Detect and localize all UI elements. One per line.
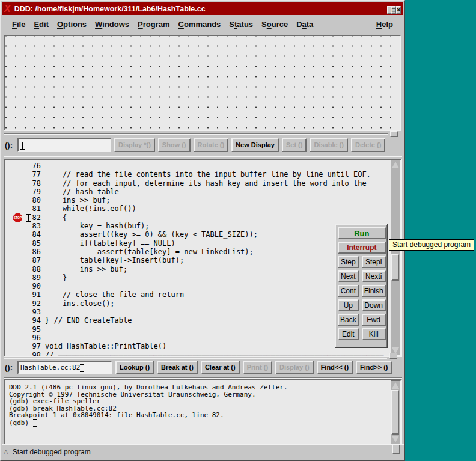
close-button[interactable]: × bbox=[396, 6, 401, 14]
back-button[interactable]: Back bbox=[338, 314, 359, 326]
source-line-88[interactable]: 88 ins >> buf; bbox=[5, 265, 391, 273]
kill-button[interactable]: Kill bbox=[362, 328, 386, 340]
breakpoint-stop-icon[interactable]: STOP bbox=[13, 213, 22, 222]
disable-button[interactable]: Disable () bbox=[310, 138, 348, 152]
window-controls: _□× bbox=[387, 4, 401, 14]
finish-button[interactable]: Finish bbox=[362, 285, 386, 297]
tooltip-text: Start debugged program bbox=[392, 240, 471, 249]
lookup-button[interactable]: Lookup () bbox=[115, 361, 154, 374]
pane-sash-handle[interactable] bbox=[390, 131, 398, 137]
source-line-82[interactable]: STOP82 { bbox=[5, 213, 391, 222]
console-line: Breakpoint 1 at 0x8049014: file HashTabl… bbox=[9, 412, 391, 419]
source-text-caret bbox=[26, 214, 31, 222]
line-number: 89 bbox=[5, 273, 41, 282]
minimize-button[interactable]: _ bbox=[387, 6, 392, 14]
status-triangle-icon: △ bbox=[4, 449, 8, 455]
menu-source[interactable]: Source bbox=[261, 20, 288, 29]
menu-help[interactable]: Help bbox=[376, 20, 393, 29]
source-line-78[interactable]: 78 // for each input, determine its hash… bbox=[5, 179, 391, 188]
scroll-up-arrow-icon[interactable] bbox=[392, 162, 399, 168]
menu-status[interactable]: Status bbox=[229, 20, 253, 29]
menu-commands[interactable]: Commands bbox=[178, 20, 221, 29]
run-button[interactable]: Run bbox=[338, 227, 386, 239]
menu-windows[interactable]: Windows bbox=[95, 20, 129, 29]
display-arg-input[interactable] bbox=[17, 138, 111, 152]
code-text: } // END CreateTable bbox=[41, 316, 132, 325]
menu-options[interactable]: Options bbox=[57, 20, 87, 29]
source-line-86[interactable]: 86 assert(table[key] = new LinkedList); bbox=[5, 248, 391, 256]
menu-edit[interactable]: Edit bbox=[34, 20, 49, 29]
menu-file[interactable]: File bbox=[12, 20, 25, 29]
code-text: // hash table bbox=[41, 188, 119, 196]
delete-button[interactable]: Delete () bbox=[351, 138, 385, 152]
scroll-down-arrow-icon[interactable] bbox=[392, 436, 399, 442]
line-number: 94 bbox=[5, 316, 41, 325]
cont-button[interactable]: Cont bbox=[338, 285, 359, 297]
source-line-92[interactable]: 92 ins.close(); bbox=[5, 299, 391, 308]
source-line-91[interactable]: 91 // close the file and return bbox=[5, 290, 391, 299]
clear-at-button[interactable]: Clear at () bbox=[201, 361, 240, 374]
new-display-button[interactable]: New Display bbox=[231, 138, 279, 152]
edit-button[interactable]: Edit bbox=[338, 328, 359, 340]
data-display-canvas[interactable] bbox=[4, 35, 401, 131]
console-scrollbar[interactable] bbox=[391, 380, 401, 444]
code-text: { bbox=[41, 213, 67, 222]
find-button[interactable]: Find<< () bbox=[317, 361, 353, 374]
source-line-77[interactable]: 77 // read the file contents into the in… bbox=[5, 170, 391, 179]
fwd-button[interactable]: Fwd bbox=[362, 314, 386, 326]
scroll-up-arrow-icon[interactable] bbox=[392, 382, 399, 389]
source-line-79[interactable]: 79 // hash table bbox=[5, 188, 391, 196]
source-line-81[interactable]: 81 while(!ins.eof()) bbox=[5, 204, 391, 213]
next-button[interactable]: Next bbox=[338, 270, 359, 282]
source-line-83[interactable]: 83 key = hash(buf); bbox=[5, 222, 391, 230]
line-number: 90 bbox=[5, 282, 41, 290]
pane-divider bbox=[4, 156, 402, 157]
source-scrollbar[interactable] bbox=[391, 160, 401, 356]
source-line-95[interactable]: 95 bbox=[5, 325, 391, 334]
set-button[interactable]: Set () bbox=[282, 138, 307, 152]
line-number: 93 bbox=[5, 308, 41, 316]
maximize-button[interactable]: □ bbox=[391, 6, 396, 14]
source-line-94[interactable]: 94} // END CreateTable bbox=[5, 316, 391, 325]
pane-divider bbox=[4, 377, 402, 379]
print-button[interactable]: Print () bbox=[243, 361, 272, 374]
source-scrollbar-thumb[interactable] bbox=[391, 254, 399, 281]
console-output[interactable]: DDD 2.1 (i486-pc-linux-gnu), by Dorothea… bbox=[5, 380, 391, 444]
menu-data[interactable]: Data bbox=[296, 20, 313, 29]
source-line-97[interactable]: 97void HashTable::PrintTable() bbox=[5, 342, 391, 350]
up-button[interactable]: Up bbox=[338, 299, 359, 311]
source-line-96[interactable]: 96 bbox=[5, 334, 391, 342]
source-line-87[interactable]: 87 table[key]->Insert(buf); bbox=[5, 256, 391, 264]
pane-sash-handle[interactable] bbox=[389, 353, 397, 359]
text-caret bbox=[20, 142, 25, 150]
source-line-76[interactable]: 76 bbox=[5, 162, 391, 170]
debugger-console[interactable]: DDD 2.1 (i486-pc-linux-gnu), by Dorothea… bbox=[4, 379, 402, 445]
source-line-85[interactable]: 85 if(table[key] == NULL) bbox=[5, 239, 391, 248]
display-button[interactable]: Display *() bbox=[114, 138, 155, 152]
source-code-text[interactable]: 7677 // read the file contents into the … bbox=[5, 160, 391, 356]
source-line-80[interactable]: 80 ins >> buf; bbox=[5, 196, 391, 204]
code-text: while(!ins.eof()) bbox=[41, 204, 136, 213]
show-button[interactable]: Show () bbox=[158, 138, 191, 152]
line-number: 87 bbox=[5, 256, 41, 264]
step-button[interactable]: Step bbox=[338, 256, 359, 268]
status-sash-handle[interactable] bbox=[392, 445, 400, 454]
rotate-button[interactable]: Rotate () bbox=[194, 138, 229, 152]
console-scrollbar-thumb[interactable] bbox=[391, 390, 399, 435]
nexti-button[interactable]: Nexti bbox=[362, 270, 386, 282]
down-button[interactable]: Down bbox=[362, 299, 386, 311]
menu-program[interactable]: Program bbox=[138, 20, 169, 29]
source-line-98[interactable]: 98// ───────────────────────────────────… bbox=[5, 351, 391, 356]
stepi-button[interactable]: Stepi bbox=[362, 256, 386, 268]
display-button[interactable]: Display () bbox=[275, 361, 314, 374]
find-button[interactable]: Find>> () bbox=[356, 361, 392, 374]
source-line-93[interactable]: 93 bbox=[5, 308, 391, 316]
source-line-84[interactable]: 84 assert((key >= 0) && (key < TABLE_SIZ… bbox=[5, 230, 391, 239]
title-bar[interactable]: X DDD: /home/fiskjm/Homework/311/Lab6/Ha… bbox=[2, 2, 403, 15]
source-line-90[interactable]: 90 bbox=[5, 282, 391, 290]
source-line-89[interactable]: 89 } bbox=[5, 273, 391, 282]
break-at-button[interactable]: Break at () bbox=[157, 361, 198, 374]
window-title: DDD: /home/fiskjm/Homework/311/Lab6/Hash… bbox=[14, 5, 383, 13]
interrupt-button[interactable]: Interrupt bbox=[338, 242, 386, 254]
argument-input[interactable]: HashTable.cc:82 bbox=[17, 361, 112, 374]
